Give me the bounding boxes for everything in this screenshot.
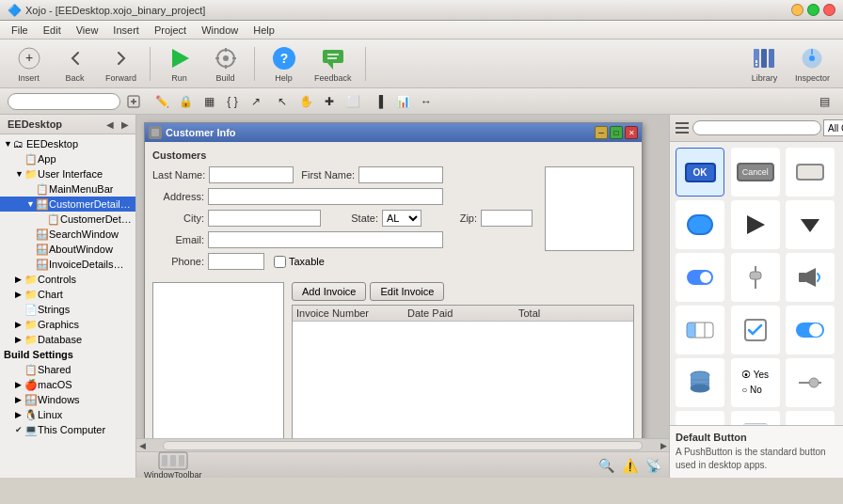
tree-arrow-graphics[interactable]: ▶ [15,320,24,329]
ctrl-down-arrow[interactable] [786,200,835,249]
toolbar-run[interactable]: Run [158,42,200,86]
toolbar-build[interactable]: Build [204,42,247,86]
ctrl-ok-button[interactable]: OK [676,148,724,197]
center-hscroll[interactable]: ◀ ▶ [136,438,669,451]
t2-cursor-btn[interactable]: ↖ [271,91,294,112]
menu-window[interactable]: Window [194,23,246,38]
tree-row-searchwindow[interactable]: 🪟 SearchWindow [0,227,135,242]
t2-pencil-btn[interactable]: ✏️ [151,91,173,112]
edit-invoice-btn[interactable]: Edit Invoice [370,282,444,301]
maximize-btn[interactable] [807,4,819,16]
toolbar-feedback[interactable]: Feedback [309,42,358,86]
tree-forward-btn[interactable]: ▶ [119,118,132,131]
tree-row-cust-toolbar[interactable]: 📋 CustomerDetailsToolbar [0,212,135,227]
ctrl-database[interactable] [676,358,724,407]
tree-row-aboutwindow[interactable]: 🪟 AboutWindow [0,242,135,257]
tree-row-mainmenu[interactable]: 📋 MainMenuBar [0,181,135,197]
search-status-icon[interactable]: 🔍 [598,458,614,473]
cust-win-maximize[interactable]: □ [610,126,623,139]
close-btn[interactable] [823,4,835,16]
tree-row-chart[interactable]: ▶ 📁 Chart [0,287,135,302]
address-input[interactable] [208,188,443,205]
ctrl-radio-group[interactable]: ⦿ Yes ○ No [731,358,780,407]
t2-lock-btn[interactable]: 🔒 [174,91,197,112]
t2-code-btn[interactable]: { } [221,91,244,112]
controls-filter-select[interactable]: All Controls Buttons Text Data [823,119,843,136]
tree-row-graphics[interactable]: ▶ 📁 Graphics [0,317,135,332]
ctrl-vertical-slider[interactable] [731,253,780,302]
menu-project[interactable]: Project [147,23,194,38]
menu-help[interactable]: Help [246,23,282,38]
ctrl-cancel-button[interactable]: Cancel [731,148,780,197]
toolbar-back[interactable]: Back [54,42,96,86]
design-canvas[interactable]: Customer Info ─ □ ✕ Customers Last Name: [136,115,669,438]
last-name-input[interactable] [209,166,294,183]
email-input[interactable] [208,231,443,248]
state-select[interactable]: AL AK AZ [382,210,422,227]
taxable-checkbox[interactable] [274,256,286,268]
ctrl-toggle-switch[interactable] [676,253,724,302]
toolbar-help[interactable]: ? Help [262,42,305,86]
toolbar-insert[interactable]: + Insert [8,42,50,86]
t2-hand-btn[interactable]: ✋ [294,91,317,112]
add-invoice-btn[interactable]: Add Invoice [292,282,366,301]
tree-row-app[interactable]: 📋 App [0,151,135,166]
rss-status-icon[interactable]: 📡 [645,458,661,473]
tree-arrow-macos[interactable]: ▶ [15,380,24,389]
tree-row-ui[interactable]: ▼ 📁 User Interface [0,166,135,181]
t2-cross-btn[interactable]: ✚ [318,91,341,112]
ctrl-blue-switch[interactable] [786,306,835,354]
ctrl-round-button[interactable] [676,200,724,249]
tree-row-invoicewindow[interactable]: 🪟 InvoiceDetailsWindow [0,257,135,272]
right-panel-toggle[interactable] [674,118,691,138]
tree-arrow-database[interactable]: ▶ [15,335,24,344]
cust-win-minimize[interactable]: ─ [595,126,608,139]
menu-file[interactable]: File [4,23,36,38]
t2-rect-btn[interactable]: ⬜ [342,91,364,112]
tree-arrow-linux[interactable]: ▶ [15,410,24,419]
search-input[interactable] [8,93,120,110]
hscroll-right[interactable]: ▶ [658,441,669,450]
minimize-btn[interactable] [791,4,803,16]
tree-arrow-windows[interactable]: ▶ [15,395,24,404]
t2-arrow-btn[interactable]: ↗ [245,91,267,112]
phone-input[interactable] [208,253,264,270]
cust-win-close[interactable]: ✕ [625,126,638,139]
t2-panel-toggle[interactable]: ▤ [813,91,835,112]
ctrl-audio-button[interactable] [786,253,835,302]
ctrl-textfield-a[interactable]: A [786,411,835,425]
tree-arrow-chart[interactable]: ▶ [15,290,24,299]
t2-resize-btn[interactable]: ↔ [415,91,437,112]
ctrl-rect-button[interactable] [786,148,835,197]
ctrl-checkmark[interactable] [731,306,780,354]
ctrl-segmented[interactable] [676,306,724,354]
warning-status-icon[interactable]: ⚠️ [622,458,638,473]
toolbar-library[interactable]: Library [743,42,786,86]
tree-row-strings[interactable]: 📄 Strings [0,302,135,317]
tree-arrow-controls[interactable]: ▶ [15,275,24,284]
hscroll-track[interactable] [163,441,643,450]
t2-bar-btn[interactable]: ▐ [368,91,390,112]
tree-row-windows[interactable]: ▶ 🪟 Windows [0,392,135,407]
tree-row-shared[interactable]: 📋 Shared [0,362,135,377]
customer-list[interactable] [152,282,284,438]
t2-chart-btn[interactable]: 📊 [391,91,414,112]
zip-input[interactable] [481,210,533,227]
first-name-input[interactable] [358,166,443,183]
hscroll-left[interactable]: ◀ [136,441,148,450]
tree-back-btn[interactable]: ◀ [103,118,117,131]
t2-add-btn[interactable] [122,91,145,112]
taxable-checkbox-label[interactable]: Taxable [274,256,325,268]
ctrl-hslider[interactable] [786,358,835,407]
tree-row-controls[interactable]: ▶ 📁 Controls [0,272,135,287]
tree-row-this-computer[interactable]: ✔ 💻 This Computer [0,422,135,437]
ctrl-play-button[interactable] [731,200,780,249]
tree-row-build-settings[interactable]: Build Settings [0,347,135,362]
toolbar-inspector[interactable]: Inspector [789,42,835,86]
tree-row-macos[interactable]: ▶ 🍎 macOS [0,377,135,392]
toolbar-forward[interactable]: Forward [100,42,142,86]
t2-grid-btn[interactable]: ▦ [198,91,220,112]
controls-search-input[interactable] [692,120,821,135]
menu-edit[interactable]: Edit [36,23,69,38]
ctrl-table[interactable] [731,411,780,425]
